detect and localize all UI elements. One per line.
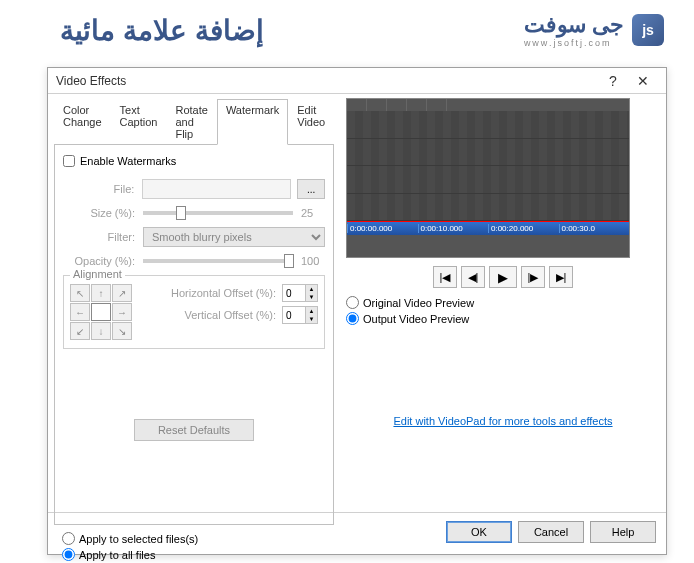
alignment-grid: ↖ ↑ ↗ ← → ↙ ↓ ↘ (70, 284, 132, 340)
left-panel: Color Change Text Caption Rotate and Fli… (48, 94, 340, 512)
banner-logo: جى سوفت www.jsoftj.com js (524, 12, 664, 48)
apply-selected-label: Apply to selected files(s) (79, 533, 198, 545)
opacity-slider[interactable] (143, 259, 293, 263)
align-top-left[interactable]: ↖ (70, 284, 90, 302)
apply-all-label: Apply to all files (79, 549, 155, 561)
original-preview-label: Original Video Preview (363, 297, 474, 309)
size-slider[interactable] (143, 211, 293, 215)
alignment-fieldset: Alignment ↖ ↑ ↗ ← → ↙ ↓ ↘ Horiz (63, 275, 325, 349)
align-bottom-left[interactable]: ↙ (70, 322, 90, 340)
original-preview-radio[interactable] (346, 296, 359, 309)
opacity-label: Opacity (%): (63, 255, 143, 267)
tab-watermark[interactable]: Watermark (217, 99, 288, 145)
tabs: Color Change Text Caption Rotate and Fli… (54, 98, 334, 145)
align-bottom-right[interactable]: ↘ (112, 322, 132, 340)
reset-defaults-button[interactable]: Reset Defaults (134, 419, 254, 441)
file-label: File: (63, 183, 142, 195)
logo-badge-icon: js (632, 14, 664, 46)
preview-timeline[interactable]: 0:00:00.000 0:00:10.000 0:00:20.000 0:00… (347, 221, 629, 235)
v-offset-spinner[interactable]: 0 ▲▼ (282, 306, 318, 324)
enable-watermarks-label: Enable Watermarks (80, 155, 176, 167)
play-button[interactable]: ▶ (489, 266, 517, 288)
logo-url: www.jsoftj.com (524, 38, 624, 48)
banner: إضافة علامة مائية جى سوفت www.jsoftj.com… (0, 0, 694, 60)
video-effects-dialog: Video Effects ? ✕ Color Change Text Capt… (47, 67, 667, 555)
help-footer-button[interactable]: Help (590, 521, 656, 543)
right-panel: 0:00:00.000 0:00:10.000 0:00:20.000 0:00… (340, 94, 666, 512)
output-preview-radio[interactable] (346, 312, 359, 325)
videopad-link[interactable]: Edit with VideoPad for more tools and ef… (346, 415, 660, 427)
banner-arabic-text: إضافة علامة مائية (60, 14, 264, 47)
h-offset-label: Horizontal Offset (%): (142, 287, 282, 299)
filter-label: Filter: (63, 231, 143, 243)
tab-rotate-flip[interactable]: Rotate and Flip (166, 99, 216, 145)
opacity-value: 100 (301, 255, 325, 267)
logo-text: جى سوفت (524, 12, 624, 38)
tab-color-change[interactable]: Color Change (54, 99, 111, 145)
ok-button[interactable]: OK (446, 521, 512, 543)
apply-all-radio[interactable] (62, 548, 75, 561)
tab-edit-video[interactable]: Edit Video (288, 99, 334, 145)
align-middle-center[interactable] (91, 303, 111, 321)
cancel-button[interactable]: Cancel (518, 521, 584, 543)
titlebar: Video Effects ? ✕ (48, 68, 666, 94)
skip-end-button[interactable]: ▶| (549, 266, 573, 288)
align-bottom-center[interactable]: ↓ (91, 322, 111, 340)
filter-dropdown[interactable]: Smooth blurry pixels (143, 227, 325, 247)
file-input[interactable] (142, 179, 291, 199)
size-value: 25 (301, 207, 325, 219)
align-middle-left[interactable]: ← (70, 303, 90, 321)
step-forward-button[interactable]: |▶ (521, 266, 545, 288)
skip-start-button[interactable]: |◀ (433, 266, 457, 288)
alignment-label: Alignment (70, 268, 125, 280)
watermark-tab-content: Enable Watermarks File: ... Size (%): 25… (54, 145, 334, 525)
size-label: Size (%): (63, 207, 143, 219)
dialog-title: Video Effects (56, 74, 598, 88)
step-back-button[interactable]: ◀| (461, 266, 485, 288)
enable-watermarks-checkbox[interactable] (63, 155, 75, 167)
tab-text-caption[interactable]: Text Caption (111, 99, 167, 145)
help-button[interactable]: ? (598, 70, 628, 92)
align-top-center[interactable]: ↑ (91, 284, 111, 302)
apply-selected-radio[interactable] (62, 532, 75, 545)
preview-mode-radios: Original Video Preview Output Video Prev… (346, 296, 660, 325)
close-button[interactable]: ✕ (628, 70, 658, 92)
playback-controls: |◀ ◀| ▶ |▶ ▶| (346, 266, 660, 288)
apply-scope-radios: Apply to selected files(s) Apply to all … (54, 525, 334, 563)
v-offset-label: Vertical Offset (%): (142, 309, 282, 321)
align-middle-right[interactable]: → (112, 303, 132, 321)
browse-button[interactable]: ... (297, 179, 325, 199)
h-offset-spinner[interactable]: 0 ▲▼ (282, 284, 318, 302)
output-preview-label: Output Video Preview (363, 313, 469, 325)
video-preview: 0:00:00.000 0:00:10.000 0:00:20.000 0:00… (346, 98, 630, 258)
align-top-right[interactable]: ↗ (112, 284, 132, 302)
